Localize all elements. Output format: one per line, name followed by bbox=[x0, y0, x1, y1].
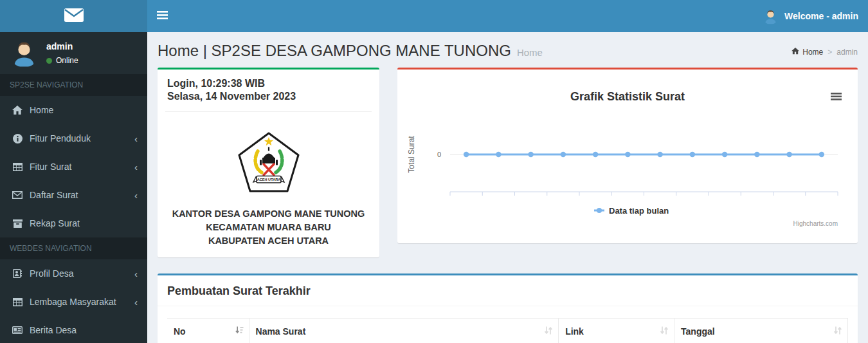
table-header-row: No Nama Surat Link bbox=[167, 319, 848, 343]
info-circle-icon bbox=[12, 134, 23, 144]
sidebar-item-label: Lembaga Masyarakat bbox=[30, 297, 116, 307]
breadcrumb: Home > admin bbox=[791, 48, 858, 57]
data-point bbox=[819, 152, 824, 157]
archive-icon bbox=[12, 219, 23, 228]
sidebar-section-sp2se: SP2SE NAVIGATION bbox=[0, 74, 147, 96]
breadcrumb-separator: > bbox=[827, 48, 832, 57]
sidebar-toggle-button[interactable] bbox=[147, 0, 177, 32]
sidebar-item-daftar-surat[interactable]: Daftar Surat ‹ bbox=[0, 181, 147, 209]
card-divider bbox=[165, 111, 372, 112]
sidebar-item-rekap-surat[interactable]: Rekap Surat bbox=[0, 209, 147, 237]
data-point bbox=[690, 152, 695, 157]
table-icon bbox=[12, 163, 23, 171]
sidebar-item-fitur-surat[interactable]: Fitur Surat ‹ bbox=[0, 153, 147, 181]
welcome-label: Welcome - admin bbox=[784, 11, 858, 21]
chart-context-menu-icon bbox=[831, 96, 842, 98]
chevron-left-icon: ‹ bbox=[134, 269, 138, 279]
newspaper-icon bbox=[12, 326, 23, 334]
data-point bbox=[722, 152, 727, 157]
sidebar-item-lembaga-masyarakat[interactable]: Lembaga Masyarakat ‹ bbox=[0, 288, 147, 316]
data-point bbox=[593, 152, 598, 157]
envelope-logo-icon bbox=[64, 8, 84, 25]
crest-banner-text: ACEH UTARA bbox=[257, 178, 280, 181]
data-point bbox=[561, 152, 566, 157]
app-logo[interactable] bbox=[0, 0, 147, 32]
svg-text:0: 0 bbox=[437, 151, 441, 158]
sidebar-item-profil-desa[interactable]: Profil Desa ‹ bbox=[0, 259, 147, 288]
office-line-2: KECAMATAN MUARA BARU bbox=[164, 221, 373, 234]
home-icon bbox=[12, 106, 23, 115]
sidebar-user-name: admin bbox=[46, 41, 78, 51]
sidebar-item-berita-desa[interactable]: Berita Desa bbox=[0, 316, 147, 343]
sort-active-icon bbox=[235, 326, 244, 337]
content-wrapper: Home | SP2SE DESA GAMPONG MANE TUNONG Ho… bbox=[147, 32, 868, 343]
sidebar-avatar-icon bbox=[10, 39, 39, 68]
data-point bbox=[528, 152, 533, 157]
column-header-nama-surat[interactable]: Nama Surat bbox=[249, 319, 559, 343]
breadcrumb-home-link[interactable]: Home bbox=[791, 48, 823, 57]
chevron-left-icon: ‹ bbox=[134, 134, 138, 144]
breadcrumb-active: admin bbox=[836, 48, 858, 57]
top-row: Login, 10:29:38 WIB Selasa, 14 November … bbox=[147, 68, 868, 257]
chevron-left-icon: ‹ bbox=[134, 162, 138, 172]
data-point bbox=[754, 152, 759, 157]
envelope-icon bbox=[12, 191, 23, 199]
sort-both-icon bbox=[833, 326, 842, 337]
sidebar-item-home[interactable]: Home bbox=[0, 96, 147, 124]
svg-text:Total Surat: Total Surat bbox=[407, 136, 416, 173]
login-info-card: Login, 10:29:38 WIB Selasa, 14 November … bbox=[158, 68, 379, 257]
sidebar-item-label: Rekap Surat bbox=[30, 218, 80, 228]
office-line-1: KANTOR DESA GAMPONG MANE TUNONG bbox=[164, 207, 373, 221]
chevron-left-icon: ‹ bbox=[134, 297, 138, 307]
chart-context-menu-icon bbox=[831, 98, 842, 100]
sidebar-item-label: Fitur Penduduk bbox=[30, 133, 91, 144]
recent-letters-table: No Nama Surat Link bbox=[167, 318, 848, 343]
surat-statistics-chart: Grafik Statistik SuratTotal Surat0Data t… bbox=[404, 76, 851, 237]
office-line-3: KABUPATEN ACEH UTARA bbox=[164, 234, 373, 248]
sidebar-item-label: Fitur Surat bbox=[30, 162, 71, 172]
column-header-tanggal[interactable]: Tanggal bbox=[674, 319, 848, 343]
login-time: Login, 10:29:38 WIB bbox=[167, 77, 370, 90]
data-point bbox=[496, 152, 501, 157]
user-avatar-icon bbox=[763, 8, 779, 24]
sidebar-user-status[interactable]: Online bbox=[46, 56, 78, 65]
chart-card: Grafik Statistik SuratTotal Surat0Data t… bbox=[397, 68, 858, 243]
data-point bbox=[464, 152, 469, 157]
sidebar-item-fitur-penduduk[interactable]: Fitur Penduduk ‹ bbox=[0, 124, 147, 153]
svg-text:Grafik Statistik Surat: Grafik Statistik Surat bbox=[570, 90, 685, 103]
login-date: Selasa, 14 November 2023 bbox=[167, 90, 370, 103]
data-point bbox=[786, 152, 791, 157]
sidebar: admin Online SP2SE NAVIGATION Home Fitur… bbox=[0, 32, 147, 343]
sidebar-item-label: Daftar Surat bbox=[30, 190, 78, 200]
sidebar-item-label: Home bbox=[30, 105, 53, 115]
recent-letters-card: Pembuatan Surat Terakhir No Nama Surat bbox=[158, 273, 858, 343]
column-header-no[interactable]: No bbox=[167, 319, 249, 343]
data-point bbox=[657, 152, 662, 157]
table-icon bbox=[12, 298, 23, 306]
sidebar-item-label: Berita Desa bbox=[30, 325, 77, 335]
home-icon bbox=[791, 48, 799, 57]
hamburger-icon bbox=[157, 10, 168, 22]
sidebar-item-label: Profil Desa bbox=[30, 268, 73, 279]
column-header-link[interactable]: Link bbox=[559, 319, 674, 343]
main-header: Welcome - admin bbox=[0, 0, 868, 32]
page-subtitle: Home bbox=[517, 47, 543, 58]
legend-label: Data tiap bulan bbox=[609, 206, 669, 216]
page-title: Home | SP2SE DESA GAMPONG MANE TUNONG bbox=[158, 42, 511, 60]
content-header: Home | SP2SE DESA GAMPONG MANE TUNONG Ho… bbox=[147, 32, 868, 68]
data-point bbox=[625, 152, 630, 157]
id-card-icon bbox=[12, 269, 23, 278]
top-navbar: Welcome - admin bbox=[147, 0, 868, 32]
sort-both-icon bbox=[660, 326, 669, 337]
sort-both-icon bbox=[544, 326, 553, 337]
recent-letters-title: Pembuatan Surat Terakhir bbox=[158, 275, 858, 306]
chevron-left-icon: ‹ bbox=[134, 190, 138, 200]
aceh-utara-crest-icon: ACEH UTARA bbox=[237, 131, 301, 198]
chart-context-menu-icon bbox=[831, 93, 842, 95]
online-status-icon bbox=[46, 58, 52, 64]
sidebar-user-panel: admin Online bbox=[0, 32, 147, 74]
sidebar-section-webdes: WEBDES NAVIGATION bbox=[0, 237, 147, 259]
chart-credits: Highcharts.com bbox=[793, 220, 838, 227]
user-menu[interactable]: Welcome - admin bbox=[763, 0, 858, 32]
